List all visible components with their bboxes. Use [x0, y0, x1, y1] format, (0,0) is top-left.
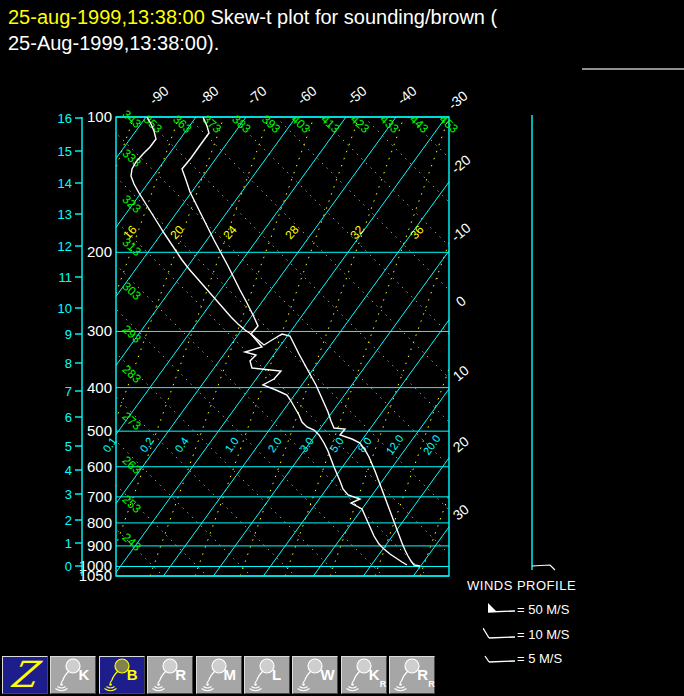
- toolbar-button-letter: W: [320, 666, 334, 683]
- pressure-label: 700: [87, 488, 112, 505]
- height-label: 16: [58, 111, 72, 126]
- height-label: 6: [65, 410, 72, 425]
- toolbar-button-W[interactable]: W: [292, 656, 338, 694]
- toolbar-button-letter: K: [78, 666, 89, 683]
- dry-adiabat-label: 383: [229, 112, 253, 136]
- toolbar: Z K B R: [0, 654, 684, 696]
- toolbar-button-RR[interactable]: RR: [389, 656, 435, 694]
- isotherm-label: -90: [146, 82, 172, 107]
- moist-label: 28: [282, 222, 302, 242]
- toolbar-button-letter: B: [127, 666, 138, 683]
- dry-adiabat-label: 333: [120, 146, 144, 170]
- dry-adiabat-label: 353: [141, 112, 165, 136]
- height-label: 15: [58, 144, 72, 159]
- toolbar-button-subscript: R: [380, 679, 387, 689]
- height-label: 7: [65, 384, 72, 399]
- dewpoint-trace: [131, 117, 407, 565]
- dry-adiabat-label: 433: [377, 112, 401, 136]
- dry-adiabat-label: 413: [318, 112, 342, 136]
- mixing-ratio-label: 8.0: [355, 435, 374, 454]
- dry-adiabat-label: 243: [120, 530, 144, 554]
- isotherm-label: 0: [453, 292, 469, 309]
- dry-adiabat-label: 453: [437, 112, 461, 136]
- moist-label: 16: [120, 222, 140, 242]
- isotherm-label: -50: [344, 82, 370, 107]
- moist-label: 24: [220, 222, 240, 242]
- pressure-label: 800: [87, 514, 112, 531]
- dry-adiabat-label: 373: [200, 112, 224, 136]
- pressure-label: 400: [87, 379, 112, 396]
- dry-adiabat-label: 393: [259, 112, 283, 136]
- toolbar-button-R[interactable]: R: [147, 656, 193, 694]
- dry-adiabat-label: 253: [120, 492, 144, 516]
- skewt-window: 25-aug-1999,13:38:00 Skew-t plot for sou…: [0, 0, 684, 696]
- moist-label: 20: [167, 222, 187, 242]
- mixing-ratio-label: 0.4: [172, 435, 191, 454]
- height-label: 2: [65, 513, 72, 528]
- wind-legend-label: = 50 M/S: [517, 602, 569, 617]
- toolbar-button-letter: K: [369, 666, 380, 683]
- pressure-label: 900: [87, 537, 112, 554]
- height-label: 10: [58, 301, 72, 316]
- height-label: 13: [58, 207, 72, 222]
- dry-adiabat-label: 303: [120, 279, 144, 303]
- isotherm-labels: -90-80-70-60-50-40-30-20-100102030: [146, 82, 474, 523]
- height-label: 9: [65, 327, 72, 342]
- height-axis: 161514131211109876543210: [58, 111, 82, 576]
- dry-adiabat-label: 423: [348, 112, 372, 136]
- isotherm-label: 20: [450, 433, 472, 455]
- dry-adiabat-label: 263: [120, 453, 144, 477]
- isotherm-label: 30: [450, 501, 472, 523]
- height-label: 5: [65, 439, 72, 454]
- dry-adiabat-labels: 3433333233133032932832732632532433533633…: [120, 107, 461, 554]
- toolbar-button-KR[interactable]: KR: [341, 656, 387, 694]
- height-label: 12: [58, 239, 72, 254]
- dry-adiabat-label: 293: [120, 322, 144, 346]
- mixing-ratio-label: 1.0: [222, 435, 241, 454]
- toolbar-button-logo[interactable]: Z: [2, 656, 48, 694]
- dry-adiabat-lines: [0, 117, 684, 576]
- toolbar-button-letter: L: [272, 666, 281, 683]
- winds-profile-title: WINDS PROFILE: [467, 578, 576, 593]
- isotherm-label: -80: [196, 82, 222, 107]
- toolbar-button-subscript: R: [428, 679, 435, 689]
- skewt-chart: 1002003004005006007008009001000105016151…: [0, 0, 684, 696]
- winds-profile-axis: [532, 115, 555, 570]
- dry-adiabat-label: 443: [407, 112, 431, 136]
- height-label: 8: [65, 356, 72, 371]
- isotherm-label: 10: [450, 362, 472, 384]
- height-label: 11: [59, 270, 73, 285]
- toolbar-button-letter: M: [224, 666, 237, 683]
- height-label: 14: [58, 176, 72, 191]
- isotherm-label: -20: [448, 151, 474, 176]
- dry-adiabat-label: 273: [120, 409, 144, 433]
- isotherm-label: -30: [445, 87, 471, 112]
- mixing-ratio-label: 20.0: [421, 432, 443, 456]
- plot-border: [116, 117, 449, 576]
- moist-label: 36: [407, 222, 427, 242]
- toolbar-button-K[interactable]: K: [50, 656, 96, 694]
- toolbar-button-L[interactable]: L: [244, 656, 290, 694]
- toolbar-button-letter: R: [175, 666, 186, 683]
- isotherm-label: -10: [448, 219, 474, 244]
- toolbar-button-B[interactable]: B: [99, 656, 145, 694]
- pressure-label: 300: [87, 322, 112, 339]
- mixing-ratio-label: 2.0: [265, 435, 284, 454]
- moist-label: 32: [347, 222, 367, 242]
- isotherm-label: -40: [394, 82, 420, 107]
- height-label: 1: [65, 536, 72, 551]
- dry-adiabat-label: 363: [170, 112, 194, 136]
- toolbar-button-M[interactable]: M: [196, 656, 242, 694]
- dry-adiabat-label: 403: [289, 112, 313, 136]
- mixing-ratio-label: 5.0: [327, 435, 346, 454]
- pressure-label: 200: [87, 243, 112, 260]
- pressure-label: 1050: [79, 567, 112, 584]
- pennant-barb-icon: [483, 600, 519, 618]
- isotherm-lines: [0, 117, 684, 576]
- moist-lines: [0, 117, 684, 576]
- toolbar-button-letter: R: [417, 666, 428, 683]
- dry-adiabat-label: 283: [120, 362, 144, 386]
- height-label: 4: [65, 463, 72, 478]
- zeb-logo-icon: Z: [7, 654, 39, 695]
- isotherm-label: -70: [244, 82, 270, 107]
